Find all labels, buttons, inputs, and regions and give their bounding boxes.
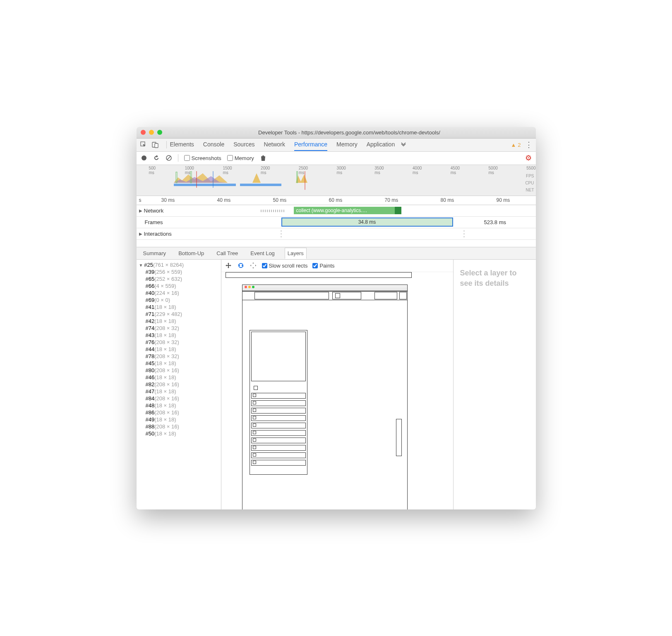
layer-item[interactable]: #65(252 × 632)	[137, 275, 221, 282]
tab-application[interactable]: Application	[367, 139, 395, 151]
layer-item[interactable]: #74(208 × 32)	[137, 325, 221, 332]
subtab-event-log[interactable]: Event Log	[248, 248, 277, 258]
layer-item[interactable]: #71(229 × 482)	[137, 311, 221, 318]
layer-item[interactable]: #40(224 × 16)	[137, 289, 221, 296]
clear-button[interactable]	[166, 155, 172, 161]
gc-button[interactable]	[260, 155, 266, 161]
ruler-tick: 50 ms	[273, 197, 287, 203]
wire-rect	[374, 292, 397, 299]
drag-handle[interactable]	[281, 230, 282, 238]
minimize-window-button[interactable]	[149, 130, 154, 135]
layer-item[interactable]: #86(208 × 16)	[137, 409, 221, 416]
slow-scroll-label: Slow scroll rects	[269, 263, 308, 269]
expand-icon[interactable]: ▶	[139, 208, 142, 213]
subtab-call-tree[interactable]: Call Tree	[214, 248, 240, 258]
ruler-tick: 90 ms	[497, 197, 510, 203]
layer-item[interactable]: #80(208 × 16)	[137, 367, 221, 374]
layer-canvas[interactable]	[221, 272, 453, 509]
overview-track-label: NET	[525, 186, 534, 194]
layer-item[interactable]: #46(18 × 18)	[137, 374, 221, 381]
wire-rect	[254, 386, 258, 390]
zoom-window-button[interactable]	[157, 130, 162, 135]
memory-checkbox-input[interactable]	[227, 155, 233, 161]
layer-item[interactable]: #47(18 × 18)	[137, 388, 221, 395]
layer-item[interactable]: #25(761 × 8264)	[137, 261, 221, 268]
screenshots-label: Screenshots	[192, 155, 221, 161]
svg-rect-7	[240, 184, 281, 186]
interactions-track[interactable]: ▶ Interactions	[137, 228, 536, 240]
frame-bar[interactable]: 34.8 ms	[281, 218, 453, 227]
network-track[interactable]: ▶ Network collect (www.google-analytics.…	[137, 205, 536, 217]
detail-ruler[interactable]: s30 ms40 ms50 ms60 ms70 ms80 ms90 ms	[137, 196, 536, 205]
tab-memory[interactable]: Memory	[336, 139, 358, 151]
overview-track-label: FPS	[525, 172, 534, 179]
drag-handle[interactable]	[463, 230, 465, 238]
timeline-overview[interactable]: 500 ms1000 ms1500 ms2000 ms2500 ms3000 m…	[137, 165, 536, 196]
subtab-summary[interactable]: Summary	[141, 248, 169, 258]
rotate-icon[interactable]	[237, 262, 245, 269]
warning-badge[interactable]: ▲ 2	[511, 142, 521, 148]
detail-tabs: SummaryBottom-UpCall TreeEvent LogLayers	[137, 247, 536, 260]
panel-tabs: ElementsConsoleSourcesNetworkPerformance…	[170, 139, 395, 151]
screenshots-checkbox[interactable]: Screenshots	[184, 155, 221, 161]
subtab-layers[interactable]: Layers	[285, 248, 307, 259]
layer-item[interactable]: #50(18 × 18)	[137, 430, 221, 437]
layer-item[interactable]: #76(208 × 32)	[137, 339, 221, 346]
wire-rect	[254, 292, 329, 299]
layer-item[interactable]: #78(208 × 32)	[137, 353, 221, 360]
tab-network[interactable]: Network	[264, 139, 285, 151]
reset-view-icon[interactable]	[250, 262, 257, 269]
frames-track[interactable]: Frames 34.8 ms 523.8 ms	[137, 217, 536, 228]
wire-rect	[396, 419, 402, 456]
tab-elements[interactable]: Elements	[170, 139, 194, 151]
overview-tick: 3500 ms	[374, 166, 388, 175]
layer-item[interactable]: #39(256 × 559)	[137, 268, 221, 275]
close-window-button[interactable]	[141, 130, 146, 135]
layer-item[interactable]: #48(18 × 18)	[137, 402, 221, 409]
wire-rect	[251, 332, 306, 381]
device-toggle-icon[interactable]	[151, 141, 159, 148]
expand-icon[interactable]: ▶	[139, 232, 142, 236]
layer-item[interactable]: #49(18 × 18)	[137, 416, 221, 423]
tab-performance[interactable]: Performance	[294, 139, 327, 151]
inspect-element-icon[interactable]	[140, 141, 147, 148]
wire-rect	[251, 393, 306, 399]
main-toolbar: ElementsConsoleSourcesNetworkPerformance…	[137, 139, 536, 152]
wire-rect	[242, 285, 408, 291]
activity-chart	[174, 171, 339, 188]
layer-item[interactable]: #88(208 × 16)	[137, 423, 221, 430]
pan-icon[interactable]	[225, 262, 232, 269]
layer-item[interactable]: #41(18 × 18)	[137, 304, 221, 311]
layer-item[interactable]: #82(208 × 16)	[137, 381, 221, 388]
layer-list[interactable]: #25(761 × 8264)#39(256 × 559)#65(252 × 6…	[137, 260, 221, 509]
timeline-tracks: ▶ Network collect (www.google-analytics.…	[137, 205, 536, 240]
layer-item[interactable]: #43(18 × 18)	[137, 332, 221, 339]
layer-item[interactable]: #69(0 × 0)	[137, 296, 221, 304]
layer-item[interactable]: #42(18 × 18)	[137, 318, 221, 325]
layer-item[interactable]: #44(18 × 18)	[137, 346, 221, 353]
more-tabs-icon[interactable]	[400, 141, 407, 148]
layer-item[interactable]: #66(4 × 559)	[137, 282, 221, 289]
settings-gear-icon[interactable]: ⚙	[525, 153, 532, 163]
tab-sources[interactable]: Sources	[233, 139, 254, 151]
wire-rect	[253, 416, 256, 419]
slow-scroll-input[interactable]	[262, 263, 267, 268]
collect-request-bar[interactable]: collect (www.google-analytics.…	[294, 207, 401, 214]
wire-rect	[335, 293, 340, 298]
paints-checkbox[interactable]: Paints	[312, 263, 334, 269]
screenshots-checkbox-input[interactable]	[184, 155, 190, 161]
layer-item[interactable]: #45(18 × 18)	[137, 360, 221, 367]
memory-checkbox[interactable]: Memory	[227, 155, 254, 161]
paints-input[interactable]	[312, 263, 318, 268]
record-button[interactable]	[141, 155, 147, 161]
kebab-menu-icon[interactable]: ⋮	[525, 140, 533, 149]
tab-console[interactable]: Console	[203, 139, 224, 151]
subtab-bottom-up[interactable]: Bottom-Up	[176, 248, 206, 258]
slow-scroll-checkbox[interactable]: Slow scroll rects	[262, 263, 308, 269]
reload-record-button[interactable]	[153, 155, 160, 161]
layer-viewer: Slow scroll rects Paints	[221, 260, 453, 509]
frames-label: Frames	[145, 219, 180, 225]
layer-item[interactable]: #84(208 × 16)	[137, 395, 221, 402]
ruler-tick: 60 ms	[329, 197, 343, 203]
svg-point-3	[142, 155, 146, 160]
